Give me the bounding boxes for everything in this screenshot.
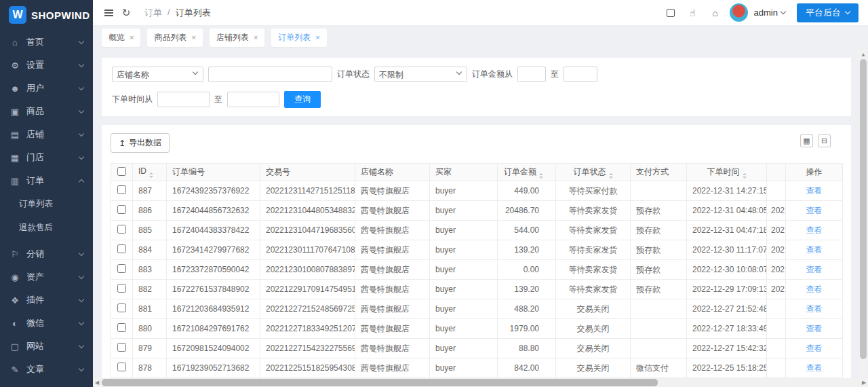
status-select[interactable]: 不限制 — [374, 67, 467, 82]
close-icon[interactable]: × — [254, 33, 258, 41]
sidebar-item[interactable]: ⌂ 首页 — [0, 31, 93, 54]
col-header-amount[interactable]: 订单金额 — [498, 164, 556, 181]
view-link[interactable]: 查看 — [806, 206, 823, 215]
sidebar-item[interactable]: ▥ 订单 — [0, 169, 93, 192]
tab[interactable]: 订单列表 × — [271, 29, 326, 47]
sidebar-item[interactable]: ❖ 插件 — [0, 289, 93, 312]
row-checkbox[interactable] — [117, 225, 126, 234]
tab-label: 店铺列表 — [216, 32, 249, 43]
chevron-down-icon — [79, 84, 84, 90]
time-start-input[interactable] — [157, 92, 210, 107]
cell-id: 880 — [133, 319, 167, 339]
cell-status: 交易关闭 — [556, 358, 631, 378]
keyword-input[interactable] — [208, 67, 332, 82]
home-button[interactable]: ⌂ — [707, 5, 724, 21]
cell-buyer: buyer — [430, 221, 498, 240]
select-all-checkbox[interactable] — [117, 167, 126, 176]
cell-store: 茜曼特旗舰店 — [355, 181, 430, 201]
view-link[interactable]: 查看 — [806, 344, 823, 353]
sidebar-item-label: 店铺 — [26, 128, 44, 141]
row-checkbox[interactable] — [117, 284, 126, 293]
breadcrumb-parent[interactable]: 订单 — [144, 7, 162, 19]
brand-logo[interactable]: W SHOPWIND — [0, 0, 93, 30]
chevron-down-icon — [79, 250, 84, 255]
row-checkbox[interactable] — [117, 244, 126, 253]
sidebar-item[interactable]: 退款售后 — [11, 219, 82, 237]
cell-amount: 449.00 — [498, 181, 556, 201]
amount-max-input[interactable] — [564, 67, 597, 82]
row-checkbox[interactable] — [117, 205, 126, 214]
sidebar-item[interactable]: ▦ 门店 — [0, 146, 93, 169]
table-row: 879 16720981524094002 202212271542322755… — [111, 339, 843, 358]
amount-min-input[interactable] — [517, 67, 546, 82]
sidebar-item[interactable]: ▤ 店铺 — [0, 123, 93, 146]
sidebar-item[interactable]: ▣ 商品 — [0, 100, 93, 123]
collapse-menu-button[interactable] — [100, 4, 117, 22]
row-checkbox[interactable] — [117, 343, 126, 352]
assets-icon: ◉ — [9, 272, 20, 282]
cell-amount: 88.80 — [498, 339, 556, 358]
cell-order-no: 16723414279977682 — [167, 240, 260, 260]
sidebar-item[interactable]: ◉ 资产 — [0, 265, 93, 289]
vertical-scrollbar[interactable]: ▲ — [859, 50, 867, 378]
users-icon: ☻ — [9, 84, 20, 94]
horizontal-scrollbar[interactable]: ◀ ▶ — [93, 378, 868, 387]
sidebar-item[interactable]: ☻ 用户 — [0, 77, 93, 100]
row-checkbox[interactable] — [117, 264, 126, 273]
chevron-down-icon — [79, 342, 84, 348]
view-link[interactable]: 查看 — [806, 304, 823, 314]
scroll-up-arrow-icon[interactable]: ▲ — [859, 52, 867, 58]
view-link[interactable]: 查看 — [806, 284, 823, 294]
scroll-right-arrow-icon[interactable]: ▶ — [860, 380, 868, 386]
close-icon[interactable]: × — [130, 33, 134, 41]
fullscreen-button[interactable] — [663, 5, 679, 21]
clear-cache-button[interactable]: ☝ — [685, 5, 701, 21]
col-header-time[interactable]: 下单时间 — [687, 164, 767, 181]
user-menu[interactable]: admin — [754, 7, 785, 18]
brand-logo-icon: W — [9, 6, 26, 24]
vertical-scrollbar-thumb[interactable] — [860, 59, 867, 359]
col-header-id[interactable]: ID — [133, 164, 167, 181]
close-icon[interactable]: × — [315, 33, 319, 41]
tab[interactable]: 商品列表 × — [147, 29, 202, 47]
sidebar-item-label: 商品 — [26, 105, 44, 117]
sidebar-item[interactable]: 订单列表 — [11, 195, 82, 213]
row-checkbox[interactable] — [117, 303, 126, 312]
cell-trade-no: 20221227183349251207 — [260, 319, 355, 339]
time-end-input[interactable] — [227, 92, 279, 107]
sidebar-item[interactable]: ▢ 网站 — [0, 335, 93, 358]
sort-icon — [149, 172, 153, 178]
tab[interactable]: 概览 × — [102, 29, 140, 47]
horizontal-scrollbar-thumb[interactable] — [102, 379, 658, 386]
view-link[interactable]: 查看 — [806, 324, 823, 333]
view-link[interactable]: 查看 — [806, 245, 823, 255]
sidebar-item[interactable]: ✎ 文章 — [0, 358, 93, 381]
platform-backend-button[interactable]: 平台后台 — [797, 3, 859, 22]
sidebar-item[interactable]: ◐ 微信 — [0, 312, 93, 335]
avatar[interactable] — [730, 3, 748, 22]
breadcrumb-separator: / — [167, 7, 170, 19]
view-link[interactable]: 查看 — [806, 265, 823, 274]
close-icon[interactable]: × — [191, 33, 195, 41]
view-link[interactable]: 查看 — [806, 186, 823, 196]
cell-pay-time-clipped: 202 — [767, 201, 786, 221]
search-button[interactable]: 查询 — [284, 91, 321, 108]
view-link[interactable]: 查看 — [806, 363, 823, 373]
field-select[interactable]: 店铺名称 — [112, 67, 203, 82]
sidebar-item[interactable]: ⚙ 设置 — [0, 54, 93, 77]
refresh-button[interactable]: ↻ — [117, 4, 135, 22]
cell-buyer: buyer — [430, 260, 498, 280]
row-checkbox[interactable] — [117, 363, 126, 371]
sidebar-item[interactable]: ⚐ 分销 — [0, 242, 93, 265]
row-checkbox[interactable] — [117, 185, 126, 194]
col-header-status[interactable]: 订单状态 — [556, 164, 631, 181]
cell-status: 交易关闭 — [556, 339, 631, 358]
print-button[interactable]: ⊟ — [818, 134, 831, 147]
scroll-left-arrow-icon[interactable]: ◀ — [93, 380, 101, 386]
tab[interactable]: 店铺列表 × — [210, 29, 264, 47]
row-checkbox[interactable] — [117, 323, 126, 332]
column-settings-button[interactable]: ▦ — [800, 134, 813, 147]
export-data-button[interactable]: ↥ 导出数据 — [111, 133, 170, 153]
view-link[interactable]: 查看 — [806, 225, 823, 235]
sidebar-item-label: 资产 — [26, 271, 44, 283]
